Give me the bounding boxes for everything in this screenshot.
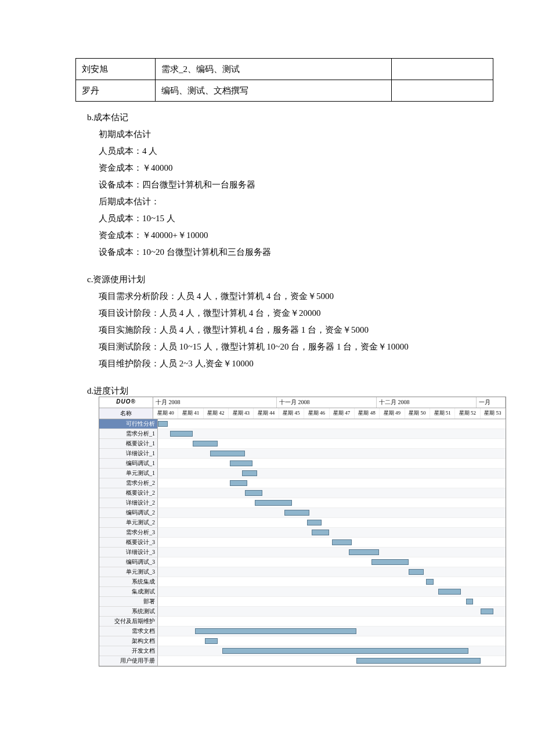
gantt-row: 部署 xyxy=(99,597,506,607)
gantt-row: 需求分析_2 xyxy=(99,478,506,488)
cost-line: 资金成本：￥40000 xyxy=(99,163,499,174)
gantt-chart: DUO® 十月 2008十一月 2008十二月 2008一月 名称 星期 40星… xyxy=(99,397,506,667)
gantt-bar xyxy=(356,658,481,664)
cost-line: 后期成本估计： xyxy=(99,196,499,207)
gantt-week: 星期 47 xyxy=(330,408,355,419)
gantt-bar xyxy=(230,460,252,466)
gantt-bar xyxy=(255,500,292,506)
cost-line: 人员成本：10~15 人 xyxy=(99,213,499,224)
gantt-bar xyxy=(481,609,493,614)
table-row: 罗丹编码、测试、文档撰写 xyxy=(76,80,493,102)
gantt-bar xyxy=(158,421,168,427)
gantt-bar xyxy=(205,638,217,644)
table-row: 刘安旭需求_2、编码、测试 xyxy=(76,59,493,80)
gantt-week: 星期 53 xyxy=(481,408,506,419)
gantt-track xyxy=(158,557,506,567)
gantt-track xyxy=(158,419,506,429)
gantt-row: 详细设计_1 xyxy=(99,449,506,459)
gantt-bar xyxy=(284,510,309,516)
table-cell xyxy=(392,80,493,102)
gantt-track xyxy=(158,597,506,607)
gantt-row: 系统集成 xyxy=(99,577,506,587)
gantt-row: 单元测试_1 xyxy=(99,469,506,478)
gantt-track xyxy=(158,488,506,498)
gantt-row: 编码调试_1 xyxy=(99,459,506,469)
gantt-bar xyxy=(349,549,378,555)
gantt-task-label: 交付及后期维护 xyxy=(99,617,158,627)
gantt-week: 星期 44 xyxy=(254,408,279,419)
table-cell xyxy=(392,59,493,80)
gantt-track xyxy=(158,449,506,459)
gantt-task-label: 需求分析_3 xyxy=(99,528,158,538)
gantt-row: 需求分析_3 xyxy=(99,528,506,538)
gantt-track xyxy=(158,469,506,478)
gantt-row: 编码调试_2 xyxy=(99,508,506,518)
gantt-task-label: 详细设计_1 xyxy=(99,449,158,459)
gantt-row: 概要设计_2 xyxy=(99,488,506,498)
gantt-task-label: 概要设计_1 xyxy=(99,439,158,449)
gantt-bar xyxy=(242,470,257,476)
gantt-track xyxy=(158,508,506,518)
gantt-row: 概要设计_3 xyxy=(99,538,506,548)
gantt-task-label: 编码调试_3 xyxy=(99,557,158,567)
gantt-bar xyxy=(332,539,352,545)
gantt-row: 用户使用手册 xyxy=(99,656,506,666)
gantt-week: 星期 41 xyxy=(178,408,203,419)
gantt-task-label: 需求分析_1 xyxy=(99,429,158,439)
gantt-task-label: 概要设计_3 xyxy=(99,538,158,548)
gantt-task-label: 详细设计_3 xyxy=(99,548,158,557)
gantt-bar xyxy=(466,599,474,604)
gantt-track xyxy=(158,518,506,528)
gantt-row: 单元测试_2 xyxy=(99,518,506,528)
resource-line: 项目维护阶段：人员 2~3 人,资金￥10000 xyxy=(99,358,499,369)
gantt-task-label: 单元测试_3 xyxy=(99,567,158,577)
gantt-track xyxy=(158,656,506,666)
gantt-task-label: 编码调试_2 xyxy=(99,508,158,518)
gantt-track xyxy=(158,498,506,508)
document-page: 刘安旭需求_2、编码、测试罗丹编码、测试、文档撰写 b.成本估记 初期成本估计人… xyxy=(0,0,534,690)
gantt-task-label: 可行性分析 xyxy=(99,419,158,429)
gantt-row: 概要设计_1 xyxy=(99,439,506,449)
gantt-task-label: 详细设计_2 xyxy=(99,498,158,508)
gantt-month: 十一月 2008 xyxy=(277,397,377,408)
cost-line: 设备成本：四台微型计算机和一台服务器 xyxy=(99,179,499,190)
gantt-week: 星期 49 xyxy=(380,408,405,419)
gantt-bar xyxy=(426,579,434,585)
resource-line: 项目测试阶段：人员 10~15 人，微型计算机 10~20 台，服务器 1 台，… xyxy=(99,341,499,352)
gantt-task-label: 系统集成 xyxy=(99,577,158,587)
gantt-bar xyxy=(307,520,322,525)
gantt-track xyxy=(158,429,506,439)
gantt-task-label: 架构文档 xyxy=(99,636,158,646)
resource-line: 项目需求分析阶段：人员 4 人，微型计算机 4 台，资金￥5000 xyxy=(99,291,499,302)
gantt-track xyxy=(158,459,506,469)
gantt-week: 星期 45 xyxy=(279,408,304,419)
gantt-week: 星期 42 xyxy=(204,408,229,419)
gantt-track xyxy=(158,478,506,488)
gantt-track xyxy=(158,607,506,617)
gantt-week: 星期 48 xyxy=(355,408,380,419)
gantt-bar xyxy=(371,559,409,565)
gantt-task-label: 系统测试 xyxy=(99,607,158,617)
personnel-table: 刘安旭需求_2、编码、测试罗丹编码、测试、文档撰写 xyxy=(75,58,493,102)
gantt-track xyxy=(158,646,506,656)
gantt-row: 编码调试_3 xyxy=(99,557,506,567)
gantt-bar xyxy=(312,530,329,535)
gantt-track xyxy=(158,627,506,636)
gantt-bar xyxy=(210,451,245,456)
cost-line: 初期成本估计 xyxy=(99,129,499,140)
gantt-week: 星期 50 xyxy=(405,408,430,419)
table-cell: 刘安旭 xyxy=(76,59,156,80)
gantt-row: 系统测试 xyxy=(99,607,506,617)
gantt-track xyxy=(158,617,506,627)
gantt-track xyxy=(158,538,506,548)
gantt-row: 交付及后期维护 xyxy=(99,617,506,627)
cost-line: 设备成本：10~20 台微型计算机和三台服务器 xyxy=(99,247,499,258)
gantt-month: 十二月 2008 xyxy=(377,397,477,408)
table-cell: 需求_2、编码、测试 xyxy=(156,59,392,80)
gantt-name-header: 名称 xyxy=(99,408,153,419)
gantt-track xyxy=(158,528,506,538)
gantt-track xyxy=(158,587,506,597)
gantt-task-label: 部署 xyxy=(99,597,158,607)
gantt-week: 星期 46 xyxy=(304,408,329,419)
gantt-row: 集成测试 xyxy=(99,587,506,597)
